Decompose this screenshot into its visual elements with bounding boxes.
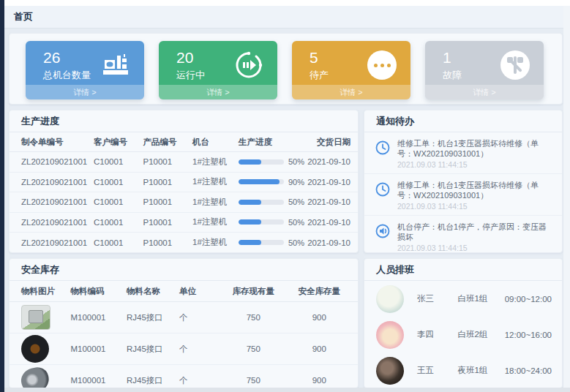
notification-item[interactable]: 机台停产：机台1停产，停产原因：变压器损坏 2021.09.03 11:44:1…: [364, 216, 562, 257]
stat-label: 待产: [310, 69, 329, 82]
detail-link[interactable]: 详情 >: [159, 85, 277, 99]
table-row: M100001 RJ45接口 个 750 900: [10, 333, 358, 365]
top-strip: [4, 0, 570, 6]
safety-stock-panel: 安全库存 物料图片 物料编码 物料名称 单位 库存现有量 安全库存量 M1000…: [9, 258, 359, 388]
bottom-strip: [4, 388, 570, 392]
clock-icon: [375, 138, 391, 169]
tab-home[interactable]: 首页: [14, 10, 33, 23]
schedule-row: 张三 白班1组 09:00~12:00: [364, 281, 562, 317]
panel-title: 生产进度: [10, 110, 358, 132]
progress-bar: [239, 219, 284, 225]
tools-icon: [500, 50, 530, 80]
panel-title: 通知待办: [364, 110, 562, 132]
progress-bar: [239, 159, 284, 165]
stats-panel: 26 总机台数量 详情 > 20 运行中: [9, 33, 563, 105]
table-row: ZL202109021001 C10001 P10001 1#注塑机 50% 2…: [10, 192, 358, 213]
stat-card-total-machines[interactable]: 26 总机台数量 详情 >: [26, 41, 144, 99]
breadcrumb-bar: 首页: [4, 6, 563, 29]
table-header: 物料图片 物料编码 物料名称 单位 库存现有量 安全库存量: [10, 281, 358, 302]
notification-item[interactable]: 维修工单：机台1变压器损坏待维修（单号：WX202109031001） 2021…: [364, 132, 562, 174]
table-row: ZL202109021001 C10001 P10001 1#注塑机 90% 2…: [10, 173, 358, 193]
progress-bar: [239, 240, 284, 245]
notification-item[interactable]: 维修工单：机台1变压器损坏待维修（单号：WX202109031001） 2021…: [364, 174, 562, 216]
production-progress-panel: 生产进度 制令单编号 客户编号 产品编号 机台 生产进度 交货日期 ZL2021…: [9, 110, 359, 253]
stat-card-fault[interactable]: 1 故障 详情 >: [425, 41, 544, 99]
staff-schedule-panel: 人员排班 张三 白班1组 09:00~12:00 李四 白班2组 12:00~1…: [364, 258, 563, 388]
notifications-panel: 通知待办 维修工单：机台1变压器损坏待维修（单号：WX202109031001）…: [364, 110, 563, 253]
ellipsis-icon: [367, 50, 397, 80]
clock-icon: [375, 180, 391, 211]
right-strip: [563, 6, 570, 388]
stat-card-running[interactable]: 20 运行中 详情 >: [159, 41, 277, 99]
progress-bar: [239, 179, 284, 184]
schedule-row: 王五 夜班1组 18:00~24:00: [364, 353, 562, 388]
stat-value: 20: [176, 48, 205, 67]
stat-label: 总机台数量: [43, 69, 91, 82]
stat-label: 故障: [443, 69, 462, 82]
running-icon: [233, 50, 264, 80]
table-row: ZL202109021001 C10001 P10001 1#注塑机 50% 2…: [10, 152, 358, 173]
stat-value: 26: [43, 48, 91, 67]
detail-link[interactable]: 详情 >: [26, 85, 144, 99]
table-row: ZL202109021001 C10001 P10001 1#注塑机 50% 2…: [10, 233, 358, 253]
sidebar-edge: [0, 0, 4, 392]
stat-card-waiting[interactable]: 5 待产 详情 >: [292, 41, 410, 99]
panel-title: 安全库存: [10, 259, 358, 281]
avatar: [376, 321, 404, 349]
detail-link[interactable]: 详情 >: [425, 85, 544, 99]
panel-title: 人员排班: [364, 259, 562, 281]
notification-time: 2021.09.03 11:44:15: [397, 244, 553, 252]
speaker-icon: [375, 222, 391, 252]
notification-time: 2021.09.03 11:44:15: [397, 202, 553, 211]
stat-value: 1: [443, 48, 462, 67]
table-header: 制令单编号 客户编号 产品编号 机台 生产进度 交货日期: [10, 132, 358, 152]
progress-bar: [239, 200, 284, 205]
material-image-speaker-driver: [21, 335, 49, 363]
machine-icon: [100, 50, 131, 80]
table-row: M100001 RJ45接口 个 750 900: [10, 302, 358, 333]
material-image-rj45: [21, 305, 50, 330]
notification-time: 2021.09.03 11:44:15: [397, 160, 553, 169]
stat-label: 运行中: [176, 69, 205, 82]
avatar: [376, 285, 404, 313]
detail-link[interactable]: 详情 >: [292, 85, 410, 99]
schedule-row: 李四 白班2组 12:00~16:00: [364, 317, 562, 353]
stat-value: 5: [310, 48, 329, 67]
table-row: ZL202109021001 C10001 P10001 1#注塑机 50% 2…: [10, 213, 358, 233]
avatar: [376, 357, 404, 385]
